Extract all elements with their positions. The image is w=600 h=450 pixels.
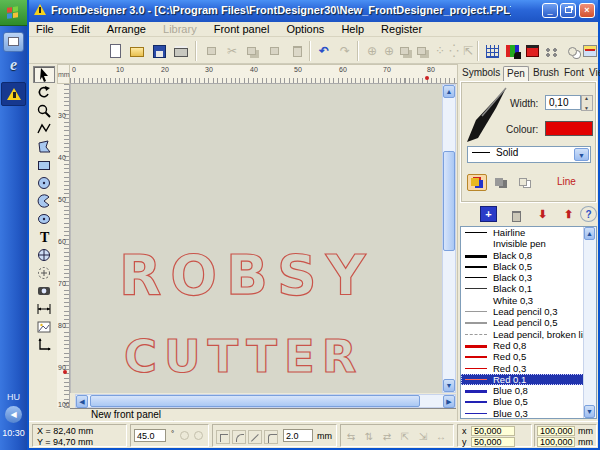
- design-canvas[interactable]: ROBSY CUTTER: [70, 84, 442, 393]
- pen-list-item[interactable]: Hairline: [461, 227, 596, 238]
- panel-toggle-button[interactable]: [522, 41, 542, 61]
- print-button[interactable]: [171, 41, 191, 61]
- minimize-button[interactable]: _: [542, 3, 558, 18]
- led-tool[interactable]: [33, 282, 55, 299]
- pen-list-item-selected[interactable]: Red 0,1: [461, 374, 596, 385]
- pen-list-item[interactable]: White 0,3: [461, 295, 596, 306]
- menu-front-panel[interactable]: Front panel: [207, 22, 277, 36]
- pen-list-item[interactable]: Blue 0,5: [461, 396, 596, 407]
- corner-inverted-button[interactable]: [264, 430, 278, 444]
- width-spinner[interactable]: [581, 95, 593, 111]
- horizontal-scroll-thumb[interactable]: [90, 395, 420, 407]
- menu-edit[interactable]: Edit: [64, 22, 97, 36]
- pen-list-scroll-up[interactable]: ▲: [584, 227, 595, 240]
- colours-toggle-button[interactable]: [502, 41, 522, 61]
- size-height-value[interactable]: 100,000: [537, 437, 575, 447]
- pen-list-item[interactable]: Red 0,5: [461, 351, 596, 362]
- tab-symbols[interactable]: Symbols: [459, 66, 503, 81]
- pen-list-item[interactable]: Invisible pen: [461, 238, 596, 249]
- rotate-tool[interactable]: [33, 84, 55, 101]
- pen-list-item[interactable]: Lead pencil 0,5: [461, 317, 596, 328]
- pos-y-value[interactable]: 50,000: [471, 437, 515, 447]
- open-file-button[interactable]: [127, 41, 147, 61]
- pen-list-item[interactable]: Black 0,1: [461, 283, 596, 294]
- tab-brush[interactable]: Brush: [530, 66, 562, 81]
- line-style-dropdown[interactable]: Solid ▼: [467, 146, 591, 163]
- tab-font[interactable]: Font: [561, 66, 587, 81]
- restore-button[interactable]: [560, 3, 576, 18]
- new-file-button[interactable]: [105, 41, 125, 61]
- grid-toggle-button[interactable]: [482, 41, 502, 61]
- rectangle-tool[interactable]: [33, 156, 55, 173]
- tab-view[interactable]: View: [586, 66, 600, 81]
- add-pen-button[interactable]: +: [480, 206, 497, 222]
- pen-width-input[interactable]: 0,10: [545, 95, 581, 110]
- circle-tool[interactable]: [33, 174, 55, 191]
- taskbar-frontdesigner-button[interactable]: [1, 82, 26, 106]
- pen-list-item[interactable]: Red 0,3: [461, 363, 596, 374]
- scroll-right-button[interactable]: ▶: [443, 395, 455, 408]
- pen-list-item[interactable]: Blue 0,3: [461, 408, 596, 419]
- menu-options[interactable]: Options: [279, 22, 331, 36]
- move-pen-up-button[interactable]: ⬆: [560, 206, 577, 222]
- title-bar[interactable]: FrontDesigner 3.0 - [C:\Program Files\Fr…: [29, 0, 598, 22]
- horizontal-scrollbar[interactable]: ◀ ▶: [75, 394, 456, 408]
- pen-list-item[interactable]: Black 0,8: [461, 250, 596, 261]
- pen-list-item[interactable]: Lead pencil, broken line: [461, 329, 596, 340]
- scroll-left-button[interactable]: ◀: [76, 395, 88, 408]
- zoom-tool[interactable]: [33, 102, 55, 119]
- start-button[interactable]: [0, 0, 27, 26]
- fill-gray-mode-button[interactable]: [491, 174, 511, 191]
- drill-hole-tool[interactable]: [33, 246, 55, 263]
- text-tool[interactable]: T: [33, 228, 55, 245]
- move-pen-down-button[interactable]: ⬇: [534, 206, 551, 222]
- outline-mode-button[interactable]: [515, 174, 535, 191]
- corner-chamfer-button[interactable]: [248, 430, 262, 444]
- menu-help[interactable]: Help: [334, 22, 371, 36]
- menu-file[interactable]: File: [29, 22, 61, 36]
- pen-list-item[interactable]: Black 0,3: [461, 272, 596, 283]
- internet-explorer-button[interactable]: e: [3, 56, 24, 76]
- canvas-text-robsy[interactable]: ROBSY: [119, 243, 374, 307]
- arc-tool[interactable]: [33, 192, 55, 209]
- pos-x-value[interactable]: 50,000: [471, 426, 515, 436]
- dimension-tool[interactable]: [33, 300, 55, 317]
- close-button[interactable]: ×: [579, 3, 595, 18]
- polygon-tool[interactable]: [33, 138, 55, 155]
- tab-pen[interactable]: Pen: [503, 66, 529, 81]
- image-tool[interactable]: [33, 318, 55, 335]
- outline-toggle-button[interactable]: [562, 41, 582, 61]
- pen-list-item[interactable]: Red 0,8: [461, 340, 596, 351]
- angle-input[interactable]: 45.0: [134, 429, 166, 442]
- fill-colour-mode-button[interactable]: [467, 174, 487, 191]
- pen-list-scrollbar[interactable]: ▲ ▼: [583, 227, 596, 418]
- polyline-tool[interactable]: [33, 120, 55, 137]
- scroll-up-button[interactable]: ▲: [443, 85, 455, 98]
- corner-square-button[interactable]: [216, 430, 230, 444]
- canvas-text-cutter[interactable]: CUTTER: [124, 330, 363, 383]
- select-tool[interactable]: [33, 66, 55, 83]
- scale-tool[interactable]: [33, 264, 55, 281]
- menu-register[interactable]: Register: [374, 22, 429, 36]
- language-indicator[interactable]: HU: [0, 392, 27, 402]
- save-button[interactable]: [149, 41, 169, 61]
- scroll-down-button[interactable]: ▼: [443, 379, 455, 392]
- pen-list-item[interactable]: Lead pencil 0,3: [461, 306, 596, 317]
- help-button[interactable]: ?: [580, 206, 597, 222]
- size-width-value[interactable]: 100,000: [537, 426, 575, 436]
- pen-list-item[interactable]: Black 0,5: [461, 261, 596, 272]
- pads-toggle-button[interactable]: [542, 41, 562, 61]
- undo-button[interactable]: ↶: [314, 41, 334, 61]
- delete-pen-button[interactable]: [508, 206, 525, 222]
- vertical-scrollbar[interactable]: ▲ ▼: [442, 84, 456, 393]
- measure-toggle-button[interactable]: [580, 41, 600, 61]
- pen-list-scroll-down[interactable]: ▼: [584, 405, 595, 418]
- menu-arrange[interactable]: Arrange: [100, 22, 153, 36]
- origin-tool[interactable]: [33, 336, 55, 353]
- show-desktop-button[interactable]: [3, 32, 24, 52]
- ellipse-tool[interactable]: [33, 210, 55, 227]
- vertical-scroll-thumb[interactable]: [443, 151, 455, 251]
- corner-radius-input[interactable]: 2.0: [283, 429, 313, 442]
- pen-list-item[interactable]: Blue 0,8: [461, 385, 596, 396]
- colour-swatch[interactable]: [545, 121, 593, 136]
